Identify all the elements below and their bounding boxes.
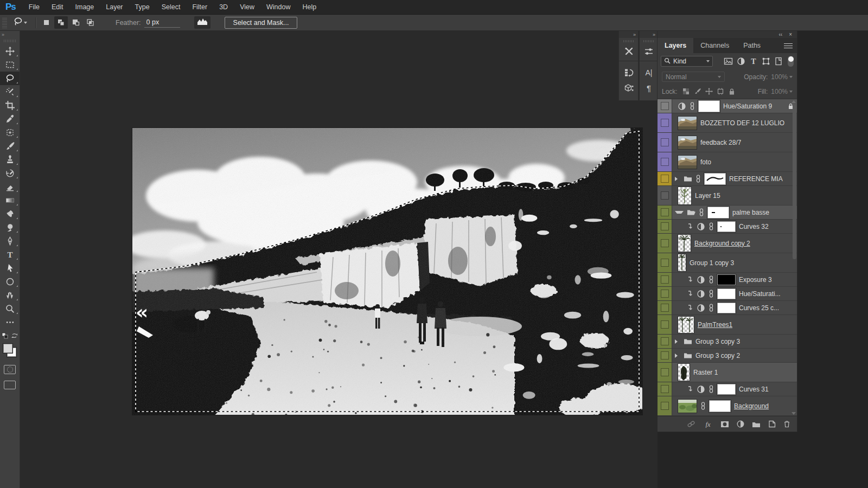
layer-name[interactable]: Background copy 2 (694, 240, 750, 247)
layer-row[interactable]: REFERENCE MIA (658, 172, 797, 186)
layer-thumbnail[interactable] (678, 136, 697, 150)
layer-name[interactable]: Curves 25 c... (739, 304, 779, 312)
tool-move[interactable] (0, 44, 20, 58)
scrollbar-thumb[interactable] (793, 104, 796, 259)
menu-view[interactable]: View (234, 0, 260, 14)
layer-row[interactable]: Group 1 copy 3 (658, 253, 797, 273)
panel-menu-icon[interactable] (784, 43, 793, 48)
menu-filter[interactable]: Filter (186, 0, 213, 14)
visibility-toggle[interactable] (661, 351, 669, 359)
select-and-mask-button[interactable]: Select and Mask... (225, 17, 298, 29)
tool-brush[interactable] (0, 139, 20, 153)
dock1-collapse[interactable]: » (619, 31, 638, 38)
layer-name[interactable]: Curves 32 (739, 223, 769, 230)
menu-window[interactable]: Window (260, 0, 296, 14)
layer-mask-thumbnail[interactable] (717, 384, 736, 395)
current-tool-preview[interactable] (9, 17, 31, 28)
visibility-toggle[interactable] (661, 102, 669, 110)
layer-name[interactable]: Group 1 copy 3 (690, 259, 734, 267)
layer-row[interactable]: Hue/Saturation 9 (658, 99, 797, 113)
layer-mask-thumbnail[interactable] (717, 274, 736, 285)
layer-thumbnail[interactable] (678, 234, 691, 252)
tool-gradient[interactable] (0, 194, 20, 207)
intersect-selection-button[interactable] (84, 16, 97, 29)
lock-all-icon[interactable] (727, 87, 737, 95)
menu-type[interactable]: Type (129, 0, 156, 14)
filter-toggle[interactable] (788, 56, 794, 67)
layer-name[interactable]: palme basse (732, 209, 769, 216)
dock1-grip[interactable] (623, 40, 634, 42)
visibility-toggle[interactable] (661, 158, 669, 166)
visibility-toggle[interactable] (661, 320, 669, 329)
layer-name[interactable]: foto (700, 158, 711, 166)
dock2-grip[interactable] (643, 40, 654, 42)
layer-name[interactable]: Group 3 copy 3 (695, 338, 740, 345)
layer-row[interactable]: Group 3 copy 3 (658, 335, 797, 349)
visibility-toggle[interactable] (661, 275, 669, 284)
kind-filter-select[interactable]: Kind (661, 56, 713, 67)
menu-file[interactable]: File (23, 0, 46, 14)
refine-edge-button[interactable] (194, 16, 210, 29)
scroll-up-icon[interactable] (792, 100, 796, 103)
dock-icon-crossed-tools[interactable] (619, 43, 638, 59)
layer-name[interactable]: BOZZETTO DEF 12 LUGLIO (700, 119, 784, 127)
tool-clone-stamp[interactable] (0, 153, 20, 166)
menu-select[interactable]: Select (156, 0, 187, 14)
menu-help[interactable]: Help (297, 0, 323, 14)
layer-thumbnail[interactable] (678, 254, 686, 272)
tool-type[interactable]: T (0, 248, 20, 261)
smart-object-filter-icon[interactable] (773, 56, 784, 67)
tool-hand[interactable] (0, 288, 20, 302)
lock-transparency-icon[interactable] (682, 87, 691, 95)
tool-magic-wand[interactable] (0, 85, 20, 99)
layer-name[interactable]: Hue/Saturati... (739, 290, 781, 298)
tool-healing[interactable] (0, 126, 20, 139)
layer-thumbnail[interactable] (678, 187, 692, 205)
menu-layer[interactable]: Layer (100, 0, 129, 14)
options-grip[interactable] (2, 17, 7, 28)
layer-row[interactable]: foto (658, 152, 797, 172)
new-group-button[interactable] (752, 421, 761, 428)
toolbar-grip[interactable] (4, 40, 16, 42)
feather-input[interactable] (144, 17, 180, 28)
layer-name[interactable]: Hue/Saturation 9 (723, 102, 772, 110)
layer-thumbnail[interactable] (678, 399, 697, 413)
layer-row[interactable]: Group 3 copy 2 (658, 349, 797, 363)
collapse-icon[interactable] (675, 211, 684, 214)
dock-icon-properties-sliders[interactable] (640, 43, 658, 59)
menu-image[interactable]: Image (69, 0, 100, 14)
visibility-toggle[interactable] (661, 222, 669, 230)
new-layer-button[interactable] (768, 420, 776, 428)
blend-mode-select[interactable]: Normal (662, 72, 725, 82)
pixel-layer-filter-icon[interactable] (723, 56, 734, 67)
expand-icon[interactable] (675, 354, 680, 358)
document-canvas[interactable]: « (132, 128, 642, 415)
layer-name[interactable]: Layer 15 (695, 192, 720, 200)
visibility-toggle[interactable] (661, 304, 669, 312)
tool-rect-marquee[interactable] (0, 58, 20, 72)
layer-thumbnail[interactable] (678, 316, 694, 333)
layer-name[interactable]: Exposure 3 (739, 276, 772, 284)
visibility-toggle[interactable] (661, 368, 669, 376)
dock-icon-paragraph[interactable]: ¶ (640, 80, 658, 96)
layer-mask-thumbnail[interactable] (717, 221, 736, 232)
layer-row[interactable]: Exposure 3 (658, 273, 797, 287)
visibility-toggle[interactable] (661, 259, 669, 267)
layer-mask-thumbnail[interactable] (717, 303, 736, 313)
lock-position-icon[interactable] (705, 87, 714, 95)
layer-name[interactable]: Curves 31 (739, 386, 769, 393)
tool-eyedropper[interactable] (0, 112, 20, 126)
tool-ellipse[interactable] (0, 275, 20, 288)
visibility-toggle[interactable] (661, 119, 669, 127)
visibility-toggle[interactable] (661, 175, 669, 183)
layer-name[interactable]: Background (734, 402, 769, 410)
add-to-selection-button[interactable] (54, 16, 68, 29)
layer-row[interactable]: PalmTrees1 (658, 315, 797, 335)
tool-eraser[interactable] (0, 180, 20, 194)
tool-lasso[interactable] (0, 72, 20, 85)
layer-row[interactable]: Hue/Saturati... (658, 287, 797, 301)
visibility-toggle[interactable] (661, 138, 669, 146)
layer-mask-thumbnail[interactable] (704, 173, 726, 185)
dock-icon-cube-3d[interactable] (619, 80, 638, 96)
swap-colors-icon[interactable] (11, 331, 18, 341)
